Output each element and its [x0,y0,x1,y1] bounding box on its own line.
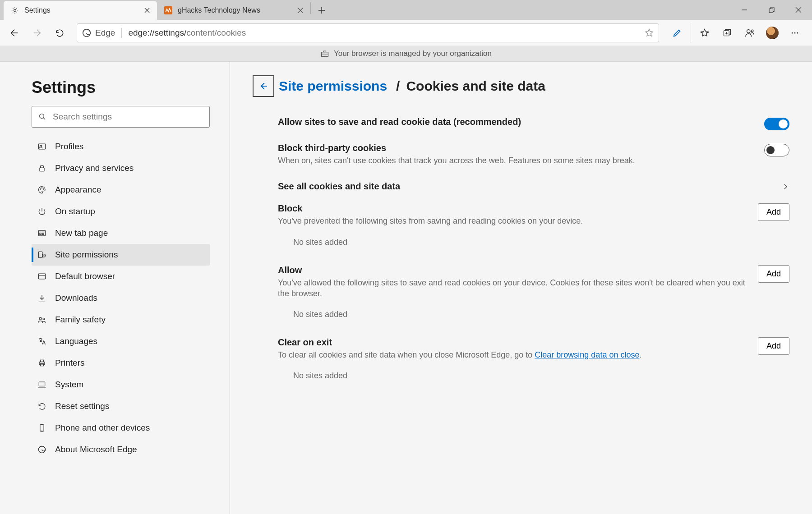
add-allow-button[interactable]: Add [758,265,789,283]
laptop-icon [37,380,47,390]
favorite-star-button[interactable] [644,28,654,38]
sidebar-item-label: Appearance [55,185,101,195]
sidebar-item-default-browser[interactable]: Default browser [32,266,210,287]
sidebar-item-profiles[interactable]: Profiles [32,136,210,157]
svg-point-5 [747,29,750,32]
sidebar-item-label: New tab page [55,228,108,238]
edge-logo-icon [37,445,47,454]
sidebar-item-label: Reset settings [55,401,109,411]
clear-on-exit-empty-note: No sites added [278,368,789,394]
clear-browsing-data-link[interactable]: Clear browsing data on close [535,350,639,359]
close-window-button[interactable] [785,0,812,20]
svg-rect-19 [40,233,41,234]
window-controls [731,0,812,20]
sidebar-item-label: Site permissions [55,250,118,260]
svg-point-7 [792,32,793,33]
setting-title: Allow sites to save and read cookie data… [278,117,521,127]
separator [691,23,691,43]
tab-close-button[interactable] [297,7,304,14]
sidebar-item-privacy[interactable]: Privacy and services [32,157,210,179]
edit-icon[interactable] [666,23,688,43]
section-title: Clear on exit [278,337,641,348]
sidebar-item-system[interactable]: System [32,374,210,395]
maximize-button[interactable] [758,0,785,20]
sidebar-item-family[interactable]: Family safety [32,309,210,330]
url-text: edge://settings/content/cookies [128,28,246,38]
sidebar-item-startup[interactable]: On startup [32,201,210,222]
search-input[interactable] [52,111,203,122]
sidebar-item-languages[interactable]: Languages [32,330,210,352]
allow-empty-note: No sites added [278,307,789,333]
menu-button[interactable] [784,23,806,43]
section-description: You've prevented the following sites fro… [278,216,583,226]
back-button[interactable] [5,23,24,43]
breadcrumb-current: Cookies and site data [406,78,545,94]
avatar[interactable] [761,23,783,43]
svg-rect-29 [39,382,45,386]
sidebar-item-reset[interactable]: Reset settings [32,395,210,417]
svg-point-15 [40,189,41,190]
svg-point-25 [43,318,45,320]
add-block-button[interactable]: Add [758,203,789,221]
site-identity[interactable]: Edge [82,28,115,38]
svg-rect-21 [39,252,42,257]
sidebar-item-newtab[interactable]: New tab page [32,222,210,244]
sidebar-item-label: Downloads [55,293,97,303]
reset-icon [37,401,47,411]
breadcrumb-back-button[interactable] [253,75,274,97]
palette-icon [37,185,47,195]
section-description: You've allowed the following sites to sa… [278,277,752,299]
window-icon [37,271,47,281]
sidebar-item-about[interactable]: About Microsoft Edge [32,439,210,460]
sidebar-item-phone[interactable]: Phone and other devices [32,417,210,439]
printer-icon [37,358,47,368]
toolbar: Edge edge://settings/content/cookies [0,20,812,46]
sidebar-item-site-permissions[interactable]: Site permissions [32,244,210,266]
power-icon [37,207,47,216]
toggle-block-third-party[interactable] [764,144,789,156]
collections-icon[interactable] [716,23,738,43]
block-empty-note: No sites added [278,235,789,261]
setting-title: Block third-party cookies [278,143,635,153]
toggle-allow-cookies[interactable] [764,118,789,130]
svg-point-8 [794,32,796,33]
add-clear-on-exit-button[interactable]: Add [758,337,789,355]
main: Settings Profiles Privacy and services A… [0,62,812,514]
minimize-button[interactable] [731,0,758,20]
svg-rect-26 [39,362,45,365]
settings-search[interactable] [32,106,210,128]
tab-close-button[interactable] [143,7,151,14]
breadcrumb-parent[interactable]: Site permissions [279,78,387,94]
setting-see-all-cookies[interactable]: See all cookies and site data [278,174,789,199]
sidebar-item-label: Profiles [55,142,83,151]
gear-icon [10,5,20,15]
sidebar-item-appearance[interactable]: Appearance [32,179,210,201]
sidebar-title: Settings [32,78,216,97]
favicon-icon [163,5,173,15]
language-icon [37,336,47,346]
settings-sidebar: Settings Profiles Privacy and services A… [0,62,230,514]
setting-description: When on, sites can't use cookies that tr… [278,155,635,166]
setting-allow-cookies: Allow sites to save and read cookie data… [278,112,789,138]
grid-icon [37,228,47,238]
forward-button[interactable] [27,23,47,43]
sidebar-item-label: On startup [55,207,95,216]
setting-block-third-party: Block third-party cookies When on, sites… [278,138,789,174]
profile-card-icon [37,142,47,151]
tab-settings[interactable]: Settings [4,1,157,20]
sidebar-item-label: Printers [55,358,84,368]
identity-label: Edge [95,28,115,38]
new-tab-button[interactable] [314,2,330,18]
svg-point-24 [39,317,42,320]
favorites-icon[interactable] [694,23,715,43]
refresh-button[interactable] [50,23,69,43]
sidebar-item-printers[interactable]: Printers [32,352,210,374]
profile-icon[interactable] [739,23,761,43]
address-bar[interactable]: Edge edge://settings/content/cookies [77,23,659,42]
sidebar-item-downloads[interactable]: Downloads [32,287,210,309]
setting-title: See all cookies and site data [278,181,400,192]
tab-ghacks[interactable]: gHacks Technology News [157,1,310,20]
titlebar: Settings gHacks Technology News [0,0,812,20]
svg-rect-27 [41,360,44,362]
toolbar-right [666,23,807,43]
